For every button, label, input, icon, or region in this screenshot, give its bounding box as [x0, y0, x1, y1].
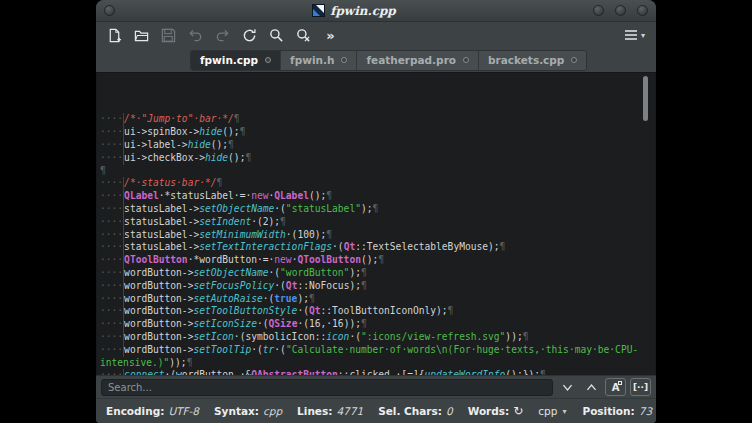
indent-whitespace-marks: ···· [100, 369, 124, 375]
chevron-up-icon [585, 381, 598, 394]
dropdown-caret-icon: ▾ [562, 407, 566, 416]
main-menu-button[interactable]: ▾ [624, 29, 645, 41]
save-file-button [161, 28, 176, 43]
menu-caret-icon: ▾ [641, 31, 645, 40]
tab-fpwin.cpp[interactable]: fpwin.cpp [191, 51, 281, 70]
tab-bar: fpwin.cppfpwin.hfeatherpad.probrackets.c… [96, 48, 656, 72]
vertical-scrollbar[interactable] [643, 76, 648, 121]
status-label: Lines: [297, 405, 332, 417]
maximize-button[interactable] [615, 5, 626, 16]
indent-whitespace-marks: ···· [100, 318, 124, 331]
tab-featherpad.pro[interactable]: featherpad.pro [357, 51, 479, 70]
search-and-replace-button[interactable] [296, 28, 311, 43]
search-input[interactable] [101, 379, 553, 396]
window-menu-button[interactable] [104, 5, 115, 16]
new-file-button[interactable] [107, 28, 122, 43]
tab-label: brackets.cpp [488, 54, 564, 66]
indent-whitespace-marks: ···· [100, 190, 124, 203]
code-line: ····statusLabel->setObjectName·("statusL… [100, 203, 655, 216]
whole-words-button[interactable]: [··] [630, 378, 651, 396]
tab-label: fpwin.cpp [200, 54, 258, 66]
status-value: UTF-8 [168, 405, 199, 417]
code-line: ····wordButton->setObjectName·("wordButt… [100, 267, 655, 280]
titlebar[interactable]: fpwin.cpp [96, 0, 656, 22]
code-line: ····wordButton->setIconSize·(QSize·(16,·… [100, 318, 655, 331]
window-controls [593, 5, 648, 16]
status-value: cpp [263, 405, 282, 417]
status-value: 0 [446, 405, 453, 417]
tab-label: featherpad.pro [366, 54, 456, 66]
search-bar: A [··] [96, 375, 656, 398]
tab-brackets.cpp[interactable]: brackets.cpp [479, 51, 586, 70]
indent-whitespace-marks: ···· [100, 305, 124, 318]
desktop-background: fpwin.cpp » ▾ fpwin.cppfpwin.hfeatherpad… [0, 0, 752, 423]
open-file-button[interactable] [134, 28, 149, 43]
indent-whitespace-marks: ···· [100, 126, 124, 139]
match-case-square-icon [618, 381, 622, 385]
match-case-button[interactable]: A [605, 378, 626, 396]
search-button[interactable] [269, 28, 284, 43]
window-title: fpwin.cpp [330, 4, 395, 18]
code-line: ····statusLabel->setMinimumWidth·(100);¶ [100, 229, 655, 242]
code-line: ····QLabel·*statusLabel·=·new·QLabel();¶ [100, 190, 655, 203]
status-label: Sel. Chars: [378, 405, 442, 417]
code-line: ····statusLabel->setTextInteractionFlags… [100, 241, 655, 254]
code-editor[interactable]: ····/*·"Jump·to"·bar·*/¶····ui->spinBox-… [96, 72, 656, 375]
word-count-refresh-icon[interactable]: ↻ [513, 405, 523, 417]
indent-whitespace-marks: ···· [100, 177, 124, 190]
hamburger-menu-icon [624, 29, 638, 41]
status-label: Syntax: [214, 405, 259, 417]
tab-label: fpwin.h [290, 54, 334, 66]
more-tools-button[interactable]: » [323, 28, 338, 43]
status-bar: Encoding:UTF-8Syntax:cppLines:4771Sel. C… [96, 398, 656, 423]
position-label: Position: [582, 405, 634, 417]
indent-whitespace-marks: ···· [100, 241, 124, 254]
status-label: Words: [468, 405, 510, 417]
close-tab-icon[interactable] [265, 57, 271, 63]
indent-whitespace-marks: ···· [100, 113, 124, 126]
toolbar: » ▾ [96, 22, 656, 48]
code-line: ····ui->checkBox->hide();¶ [100, 152, 655, 165]
code-line: intensive.)"));¶ [100, 357, 655, 370]
code-line: ····/*·status·bar·*/¶ [100, 177, 655, 190]
indent-whitespace-marks: ···· [100, 331, 124, 344]
status-encoding: Encoding:UTF-8 [106, 405, 199, 417]
code-line: ····wordButton->setIcon·(symbolicIcon::i… [100, 331, 655, 344]
close-tab-icon[interactable] [463, 57, 469, 63]
chevron-down-icon [561, 381, 574, 394]
status-value: 4771 [336, 405, 363, 417]
code-line: ····ui->label->hide();¶ [100, 139, 655, 152]
code-line: ····statusLabel->setIndent·(2);¶ [100, 216, 655, 229]
syntax-selector-value: cpp [538, 405, 557, 417]
code-line: ····wordButton->setToolTip·(tr·("Calcula… [100, 344, 655, 357]
minimize-button[interactable] [593, 5, 604, 16]
close-button[interactable] [637, 5, 648, 16]
featherpad-icon [312, 4, 325, 17]
indent-whitespace-marks: ···· [100, 293, 124, 306]
indent-whitespace-marks: ···· [100, 280, 124, 293]
code-line: ····connect·(wordButton,·&QAbstractButto… [100, 369, 655, 375]
find-previous-button[interactable] [581, 379, 601, 396]
undo-button [188, 28, 203, 43]
syntax-selector[interactable]: cpp ▾ [538, 405, 566, 417]
find-next-button[interactable] [557, 379, 577, 396]
reload-button[interactable] [242, 28, 257, 43]
tab-fpwin.h[interactable]: fpwin.h [281, 51, 357, 70]
status-label: Encoding: [106, 405, 164, 417]
status-bar-right: cpp ▾ Position: 73 [538, 405, 652, 417]
close-tab-icon[interactable] [341, 57, 347, 63]
code-line: ····wordButton->setToolButtonStyle·(Qt::… [100, 305, 655, 318]
tab-strip: fpwin.cppfpwin.hfeatherpad.probrackets.c… [190, 50, 587, 71]
code-line: ····QToolButton·*wordButton·=·new·QToolB… [100, 254, 655, 267]
indent-whitespace-marks: ···· [100, 152, 124, 165]
status-lines: Lines:4771 [297, 405, 363, 417]
featherpad-window: fpwin.cpp » ▾ fpwin.cppfpwin.hfeatherpad… [96, 0, 656, 423]
status-sel-chars: Sel. Chars:0 [378, 405, 453, 417]
redo-button [215, 28, 230, 43]
status-syntax: Syntax:cpp [214, 405, 282, 417]
indent-whitespace-marks: ···· [100, 344, 124, 357]
close-tab-icon[interactable] [571, 57, 577, 63]
code-line: ¶ [100, 165, 655, 178]
titlebar-center: fpwin.cpp [115, 4, 593, 18]
indent-whitespace-marks: ···· [100, 267, 124, 280]
